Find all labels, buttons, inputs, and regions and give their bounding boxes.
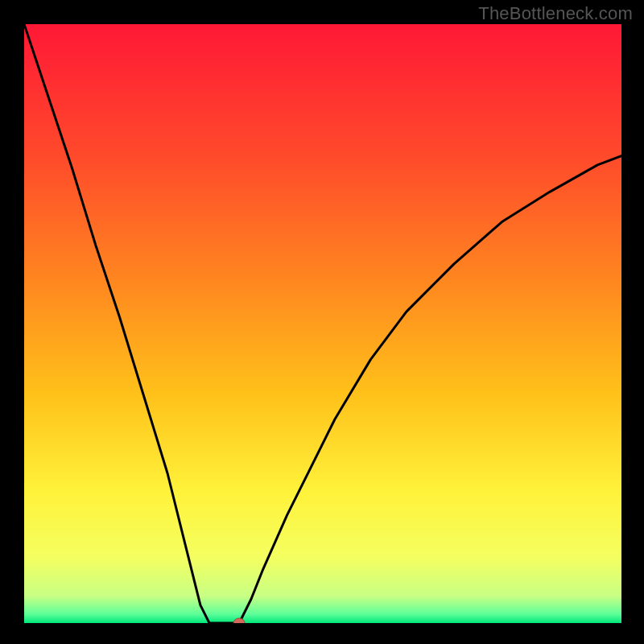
- plot-area: [24, 24, 621, 623]
- curve-svg: [24, 24, 621, 623]
- watermark-text: TheBottleneck.com: [478, 3, 633, 24]
- chart-frame: TheBottleneck.com: [0, 0, 644, 644]
- optimal-point-marker: [233, 618, 245, 623]
- bottleneck-curve: [24, 24, 621, 623]
